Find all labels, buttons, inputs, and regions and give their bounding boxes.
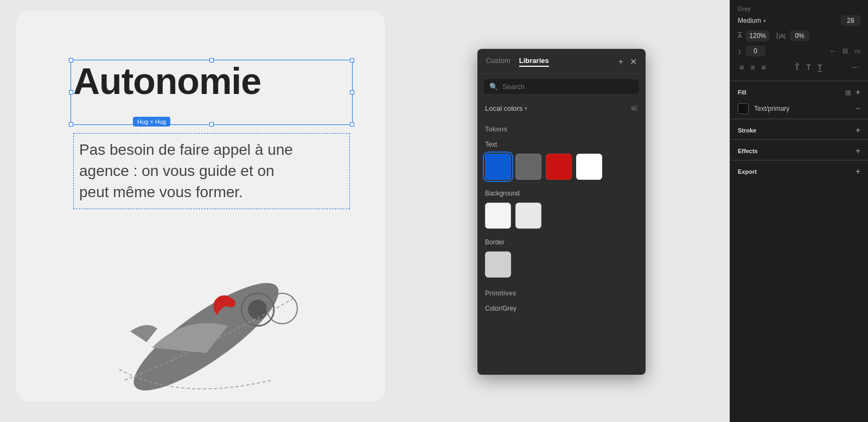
panel-scroll[interactable]: Tokens Text Background Border Primitive [477, 117, 646, 375]
fill-add-button[interactable]: + [856, 88, 860, 97]
close-panel-button[interactable]: ✕ [630, 56, 637, 67]
panel-search[interactable]: 🔍 [484, 79, 639, 94]
export-add-button[interactable]: + [856, 167, 860, 176]
text-top-icon[interactable]: T̄ [793, 61, 801, 73]
chevron-down-icon: ▾ [763, 18, 766, 24]
line-height-icon: A [738, 33, 742, 39]
section-color-grey: Color/Grey [477, 300, 646, 316]
line-height-value[interactable]: 120% [746, 30, 769, 41]
font-weight-dropdown[interactable]: Medium ▾ [738, 17, 766, 24]
align-center-icon[interactable]: ≡ [749, 61, 756, 73]
font-size-value[interactable]: 28 [841, 15, 860, 26]
letter-spacing-icon: |A| [777, 33, 786, 39]
effects-section-header: Effects + [730, 140, 868, 160]
export-section-header: Export + [730, 160, 868, 180]
libraries-panel: Custom Libraries + ✕ 🔍 Local colors ▾ ≡⃝… [477, 49, 646, 375]
stroke-section-header: Stroke + [730, 119, 868, 139]
title-text[interactable]: Autonomie [73, 62, 261, 99]
fill-grid-icon[interactable]: ⊞ [845, 89, 851, 97]
text-swatches [477, 152, 646, 185]
swatch-white[interactable] [576, 154, 602, 180]
paragraph-spacing-icon: ↕ [738, 47, 742, 55]
swatch-grey[interactable] [515, 154, 541, 180]
svg-point-2 [248, 300, 267, 319]
right-panel: Grey Medium ▾ 28 A 120% |A| 0% ↕ 0 ↔ ⊟ ▭ [730, 0, 868, 422]
stroke-label: Stroke [738, 127, 756, 134]
frame-icon[interactable]: ▭ [854, 47, 860, 55]
effects-add-button[interactable]: + [856, 147, 860, 155]
panel-header: Custom Libraries + ✕ [477, 49, 646, 74]
search-icon: 🔍 [489, 83, 498, 91]
swatch-bg2[interactable] [515, 203, 541, 229]
section-text: Text [477, 136, 646, 152]
swatch-bg1[interactable] [485, 203, 511, 229]
background-swatches [477, 200, 646, 234]
tab-custom[interactable]: Custom [486, 56, 510, 67]
text-align-row: ≡ ≡ ≡ T̄ T T̲ ··· [738, 61, 860, 74]
hug-badge: Hug × Hug [133, 117, 170, 127]
handle-tl[interactable] [69, 58, 73, 62]
letter-spacing-value[interactable]: 0% [790, 30, 809, 41]
paragraph-spacing-row: ↕ 0 ↔ ⊟ ▭ [738, 46, 860, 56]
add-library-button[interactable]: + [618, 57, 623, 67]
swatch-red[interactable] [546, 154, 572, 180]
paragraph-spacing-value[interactable]: 0 [746, 46, 765, 56]
line-height-row: A 120% |A| 0% [738, 30, 860, 41]
panel-header-actions: + ✕ [618, 56, 637, 67]
more-text-options[interactable]: ··· [850, 61, 860, 74]
export-label: Export [738, 168, 757, 175]
align-right-icon[interactable]: ≡ [760, 61, 767, 73]
design-card: Autonomie Hug × Hug Pas besoin de faire … [16, 11, 385, 402]
panel-tabs: Custom Libraries [486, 56, 549, 67]
fill-remove-button[interactable]: − [856, 104, 860, 114]
handle-tr[interactable] [350, 58, 354, 62]
handle-bl[interactable] [69, 122, 73, 127]
handle-br[interactable] [350, 122, 354, 127]
text-bottom-icon[interactable]: T̲ [816, 61, 824, 73]
list-view-icon[interactable]: ≡⃝ [631, 104, 638, 112]
fill-row: Text/primary − [730, 101, 868, 118]
font-family-truncated: Grey [738, 5, 860, 12]
swatch-border[interactable] [485, 251, 511, 278]
fill-color-name[interactable]: Text/primary [754, 105, 850, 112]
stroke-add-button[interactable]: + [856, 126, 860, 135]
chevron-down-icon: ▾ [525, 105, 527, 111]
section-tokens: Tokens [477, 119, 646, 136]
text-middle-icon[interactable]: T [805, 61, 813, 73]
font-weight-row: Medium ▾ 28 [738, 15, 860, 26]
align-left-icon[interactable]: ≡ [738, 61, 745, 73]
svg-point-3 [227, 299, 235, 307]
local-colors-label[interactable]: Local colors ▾ [485, 104, 527, 112]
illustration [98, 228, 304, 402]
fill-section-header: Fill ⊞ + [730, 81, 868, 101]
handle-mr[interactable] [350, 90, 354, 95]
local-colors-row: Local colors ▾ ≡⃝ [477, 99, 646, 117]
tab-libraries[interactable]: Libraries [519, 56, 549, 67]
fill-color-swatch[interactable] [738, 103, 749, 114]
fill-label: Fill [738, 89, 746, 96]
swatch-blue[interactable] [485, 154, 511, 180]
resize-icon[interactable]: ↔ [829, 47, 836, 55]
search-input[interactable] [502, 83, 634, 91]
align-h-icon[interactable]: ⊟ [843, 47, 848, 55]
effects-label: Effects [738, 148, 758, 154]
section-background: Background [477, 185, 646, 200]
handle-ml[interactable] [69, 90, 73, 95]
handle-bm[interactable] [209, 122, 214, 127]
section-primitives: Primitives [477, 283, 646, 300]
canvas-area: Autonomie Hug × Hug Pas besoin de faire … [0, 0, 730, 422]
section-border: Border [477, 234, 646, 249]
body-text[interactable]: Pas besoin de faire appel à une agence :… [73, 133, 350, 209]
border-swatches [477, 249, 646, 283]
